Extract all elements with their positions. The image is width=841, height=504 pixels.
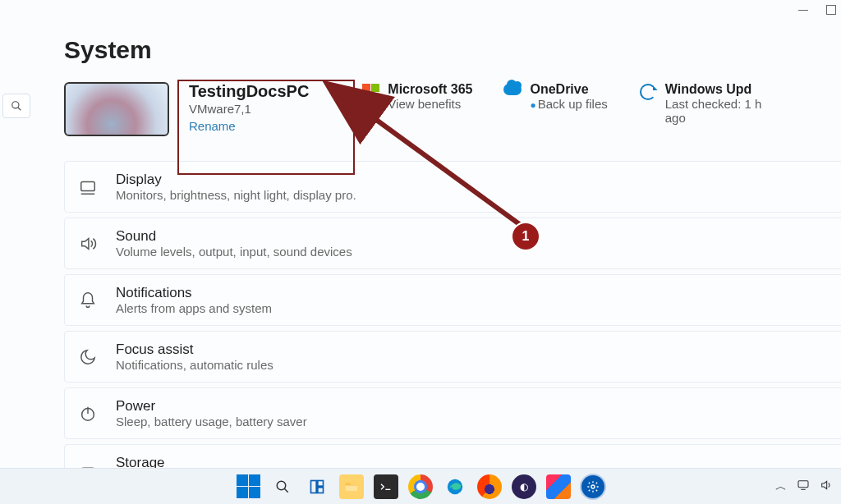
card-ms365[interactable]: Microsoft 365 View benefits bbox=[361, 82, 472, 111]
svg-line-1 bbox=[18, 108, 21, 111]
item-desc: Alerts from apps and system bbox=[116, 301, 272, 315]
item-desc: Notifications, automatic rules bbox=[116, 358, 273, 372]
settings-taskbar-icon[interactable] bbox=[581, 474, 605, 499]
power-icon bbox=[78, 404, 98, 424]
svg-rect-15 bbox=[346, 485, 358, 491]
item-title: Display bbox=[116, 172, 356, 188]
minimize-button[interactable] bbox=[798, 5, 808, 15]
windows-update-icon bbox=[639, 84, 657, 100]
page-title: System bbox=[64, 36, 841, 64]
svg-point-18 bbox=[591, 485, 595, 488]
chevron-up-icon[interactable]: ︿ bbox=[775, 479, 787, 494]
wu-title: Windows Upd bbox=[665, 82, 762, 97]
card-windows-update[interactable]: Windows Upd Last checked: 1 h ago bbox=[639, 82, 762, 125]
tray-volume-icon[interactable] bbox=[820, 479, 833, 494]
display-icon bbox=[78, 177, 98, 197]
ms365-icon bbox=[361, 84, 379, 101]
item-focus-assist[interactable]: Focus assistNotifications, automatic rul… bbox=[64, 331, 841, 383]
item-title: Power bbox=[116, 398, 307, 415]
start-button[interactable] bbox=[236, 474, 260, 499]
left-sidebar bbox=[0, 0, 33, 468]
rename-link[interactable]: Rename bbox=[189, 119, 309, 133]
card-onedrive[interactable]: OneDrive ●Back up files bbox=[503, 82, 607, 111]
eclipse-icon[interactable]: ◐ bbox=[512, 474, 536, 499]
onedrive-sub: ●Back up files bbox=[530, 97, 607, 111]
svg-rect-13 bbox=[318, 480, 324, 486]
system-tray[interactable]: ︿ bbox=[775, 479, 833, 494]
file-explorer-icon[interactable] bbox=[339, 474, 364, 499]
edge-icon[interactable] bbox=[443, 474, 467, 499]
window-controls bbox=[798, 5, 836, 15]
maximize-button[interactable] bbox=[826, 5, 836, 15]
item-notifications[interactable]: NotificationsAlerts from apps and system bbox=[64, 274, 841, 326]
chrome-icon[interactable] bbox=[408, 474, 433, 499]
item-title: Focus assist bbox=[116, 341, 273, 358]
taskbar-search-icon[interactable] bbox=[270, 474, 295, 499]
sound-icon bbox=[78, 234, 98, 254]
task-view-icon[interactable] bbox=[305, 474, 329, 499]
annotation-callout: 1 bbox=[511, 222, 540, 251]
svg-rect-19 bbox=[798, 481, 808, 488]
device-info: TestingDocsPC VMware7,1 Rename bbox=[184, 82, 314, 133]
item-desc: Volume levels, output, input, sound devi… bbox=[116, 245, 352, 259]
intellij-icon[interactable] bbox=[546, 474, 571, 499]
device-model: VMware7,1 bbox=[189, 102, 309, 116]
svg-point-10 bbox=[277, 481, 286, 490]
item-desc: Sleep, battery usage, battery saver bbox=[116, 415, 307, 428]
taskbar: ◐ ︿ bbox=[0, 468, 841, 504]
wu-sub2: ago bbox=[665, 111, 762, 125]
svg-rect-2 bbox=[81, 181, 95, 190]
search-button[interactable] bbox=[2, 94, 30, 118]
bell-icon bbox=[78, 291, 98, 310]
ms365-title: Microsoft 365 bbox=[388, 82, 472, 97]
moon-icon bbox=[78, 347, 98, 367]
svg-marker-4 bbox=[82, 238, 89, 249]
svg-rect-12 bbox=[311, 480, 317, 493]
tray-monitor-icon[interactable] bbox=[797, 479, 810, 494]
device-name: TestingDocsPC bbox=[189, 82, 309, 101]
item-display[interactable]: DisplayMonitors, brightness, night light… bbox=[64, 161, 841, 213]
firefox-icon[interactable] bbox=[477, 474, 502, 499]
system-settings-list: DisplayMonitors, brightness, night light… bbox=[64, 161, 841, 496]
item-title: Notifications bbox=[116, 285, 272, 301]
svg-rect-14 bbox=[318, 487, 324, 493]
ms365-sub: View benefits bbox=[388, 97, 472, 111]
onedrive-title: OneDrive bbox=[530, 82, 607, 97]
item-desc: Monitors, brightness, night light, displ… bbox=[116, 188, 356, 202]
svg-point-0 bbox=[12, 102, 19, 108]
svg-marker-21 bbox=[822, 481, 827, 488]
svg-line-11 bbox=[284, 488, 288, 493]
terminal-icon[interactable] bbox=[374, 474, 398, 499]
item-title: Sound bbox=[116, 228, 352, 245]
onedrive-icon bbox=[503, 84, 522, 95]
item-sound[interactable]: SoundVolume levels, output, input, sound… bbox=[64, 218, 841, 269]
item-power[interactable]: PowerSleep, battery usage, battery saver bbox=[64, 387, 841, 439]
device-image bbox=[64, 82, 169, 136]
wu-sub: Last checked: 1 h bbox=[665, 97, 762, 111]
